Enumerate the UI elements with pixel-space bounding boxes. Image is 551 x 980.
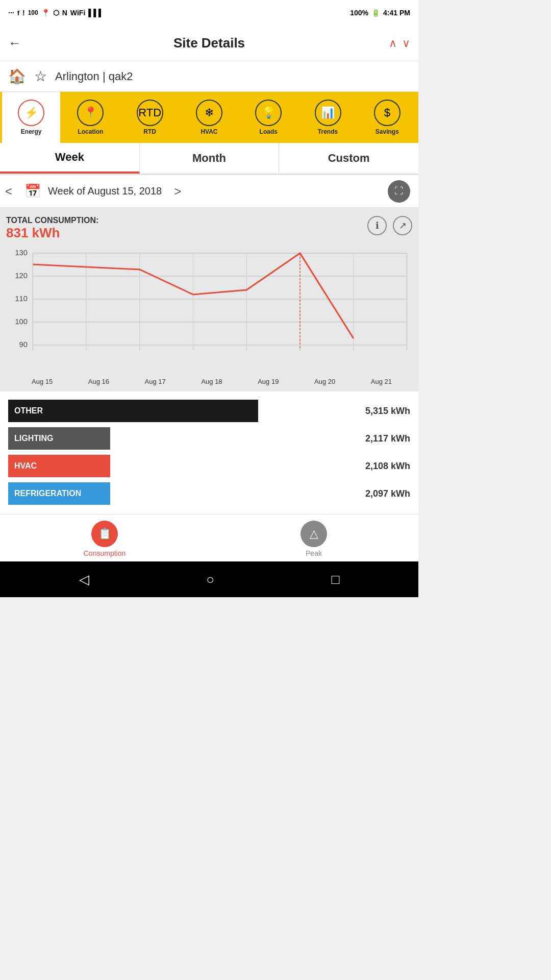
icon-tab-circle-rtd: RTD xyxy=(137,100,163,126)
date-navigator: < 📅 Week of August 15, 2018 > ⛶ xyxy=(0,175,418,208)
header-nav: ∧ ∨ xyxy=(389,37,410,50)
share-button[interactable]: ↗ xyxy=(393,216,412,235)
icon-tab-label-rtd: RTD xyxy=(143,128,156,135)
expand-button[interactable]: ⛶ xyxy=(388,180,410,203)
favorite-icon[interactable]: ☆ xyxy=(34,68,47,85)
time: 4:41 PM xyxy=(383,9,410,17)
menu-icon: ··· xyxy=(8,9,14,17)
signal-icon: ▌▌▌ xyxy=(88,9,104,17)
icon-tab-circle-savings: $ xyxy=(374,100,400,126)
site-name: Arlington | qak2 xyxy=(55,70,133,83)
bottom-tab-label-peak: Peak xyxy=(306,549,322,557)
icon-tab-rtd[interactable]: RTD RTD xyxy=(121,92,179,143)
x-label-1: Aug 16 xyxy=(88,378,109,385)
android-home-button[interactable]: ○ xyxy=(206,572,214,587)
icon-tab-circle-loads: 💡 xyxy=(255,100,282,126)
icon-tab-label-savings: Savings xyxy=(375,128,399,135)
site-row: 🏠 ☆ Arlington | qak2 xyxy=(0,61,418,92)
svg-text:120: 120 xyxy=(15,272,27,280)
icon-tab-circle-energy: ⚡ xyxy=(18,100,44,126)
breakdown-value: 2,097 kWh xyxy=(354,488,410,499)
bottom-tab-consumption[interactable]: 📋 Consumption xyxy=(0,521,209,557)
x-label-2: Aug 17 xyxy=(145,378,166,385)
svg-text:100: 100 xyxy=(15,317,27,326)
svg-text:130: 130 xyxy=(15,249,27,257)
prev-week-button[interactable]: < xyxy=(0,181,17,202)
bottom-tab-icon-peak: △ xyxy=(300,521,327,547)
icon-tab-savings[interactable]: $ Savings xyxy=(358,92,416,143)
bottom-tab-peak[interactable]: △ Peak xyxy=(209,521,418,557)
bottom-tab-label-consumption: Consumption xyxy=(84,549,126,557)
alert-icon: ! xyxy=(22,9,25,17)
x-label-5: Aug 20 xyxy=(314,378,335,385)
breakdown-value: 5,315 kWh xyxy=(354,406,410,416)
chart-svg: 130 120 110 100 90 xyxy=(6,243,412,376)
android-nav-bar: ◁ ○ □ xyxy=(0,561,418,597)
x-label-4: Aug 19 xyxy=(258,378,279,385)
icon-tab-label-trends: Trends xyxy=(318,128,338,135)
chart-header: TOTAL CONSUMPTION: 831 kWh ℹ ↗ xyxy=(6,216,412,241)
expand-icon: ⛶ xyxy=(394,186,404,197)
icon-tab-circle-location: 📍 xyxy=(77,100,104,126)
next-arrow[interactable]: ∨ xyxy=(402,37,410,50)
status-left: ··· f ! 100 📍 ⬡ N WiFi ▌▌▌ xyxy=(8,9,104,17)
facebook-icon: f xyxy=(17,9,19,17)
svg-text:90: 90 xyxy=(19,340,28,349)
icon-tab-label-hvac: HVAC xyxy=(201,128,217,135)
status-right: 100% 🔋 4:41 PM xyxy=(350,9,410,17)
icon-tab-trends[interactable]: 📊 Trends xyxy=(298,92,357,143)
icon-tab-label-loads: Loads xyxy=(260,128,278,135)
line-chart: 130 120 110 100 90 xyxy=(6,243,412,376)
app-header: ← Site Details ∧ ∨ xyxy=(0,26,418,61)
chart-area: TOTAL CONSUMPTION: 831 kWh ℹ ↗ 130 xyxy=(0,208,418,391)
breakdown-section: OTHER 5,315 kWh LIGHTING 2,117 kWh HVAC … xyxy=(0,391,418,514)
battery-status: 100 xyxy=(28,9,38,16)
prev-arrow[interactable]: ∧ xyxy=(389,37,397,50)
icon-tab-energy[interactable]: ⚡ Energy xyxy=(2,92,60,143)
next-week-button[interactable]: > xyxy=(169,181,186,202)
period-tab-week[interactable]: Week xyxy=(0,143,140,174)
bluetooth-icon: ⬡ xyxy=(53,9,59,17)
x-label-3: Aug 18 xyxy=(201,378,222,385)
breakdown-value: 2,108 kWh xyxy=(354,461,410,472)
icon-tabs-row: ⚡ Energy 📍 Location RTD RTD ❄ HVAC 💡 Loa… xyxy=(0,92,418,143)
icon-tab-label-energy: Energy xyxy=(21,128,42,135)
svg-text:110: 110 xyxy=(15,295,27,303)
android-back-button[interactable]: ◁ xyxy=(79,572,89,587)
period-tabs: WeekMonthCustom xyxy=(0,143,418,175)
breakdown-bar: REFRIGERATION xyxy=(8,482,110,505)
bottom-tab-icon-consumption: 📋 xyxy=(91,521,118,547)
breakdown-row: OTHER 5,315 kWh xyxy=(8,400,410,422)
bottom-tabs: 📋 Consumption △ Peak xyxy=(0,514,418,561)
period-tab-custom[interactable]: Custom xyxy=(279,143,418,174)
chart-x-labels: Aug 15 Aug 16 Aug 17 Aug 18 Aug 19 Aug 2… xyxy=(6,376,412,391)
period-tab-month[interactable]: Month xyxy=(140,143,280,174)
calendar-icon[interactable]: 📅 xyxy=(24,183,41,199)
breakdown-row: HVAC 2,108 kWh xyxy=(8,455,410,477)
icon-tab-loads[interactable]: 💡 Loads xyxy=(239,92,297,143)
icon-tab-location[interactable]: 📍 Location xyxy=(61,92,119,143)
status-bar: ··· f ! 100 📍 ⬡ N WiFi ▌▌▌ 100% 🔋 4:41 P… xyxy=(0,0,418,26)
wifi-icon: WiFi xyxy=(70,9,85,17)
x-label-6: Aug 21 xyxy=(371,378,392,385)
breakdown-value: 2,117 kWh xyxy=(354,433,410,444)
total-value: 831 kWh xyxy=(6,225,98,241)
breakdown-row: LIGHTING 2,117 kWh xyxy=(8,427,410,450)
icon-tab-hvac[interactable]: ❄ HVAC xyxy=(180,92,238,143)
icon-tab-label-location: Location xyxy=(78,128,103,135)
icon-tab-circle-trends: 📊 xyxy=(315,100,341,126)
breakdown-row: REFRIGERATION 2,097 kWh xyxy=(8,482,410,505)
chart-actions: ℹ ↗ xyxy=(367,216,412,235)
page-title: Site Details xyxy=(30,35,389,51)
battery-icon: 🔋 xyxy=(371,9,380,17)
back-button[interactable]: ← xyxy=(8,35,21,51)
icon-tab-circle-hvac: ❄ xyxy=(196,100,222,126)
total-label: TOTAL CONSUMPTION: xyxy=(6,216,98,225)
info-button[interactable]: ℹ xyxy=(367,216,387,235)
location-icon: 📍 xyxy=(41,9,50,17)
x-label-0: Aug 15 xyxy=(32,378,53,385)
breakdown-bar: HVAC xyxy=(8,455,110,477)
battery-percent: 100% xyxy=(350,9,368,17)
home-icon[interactable]: 🏠 xyxy=(8,68,26,85)
android-recent-button[interactable]: □ xyxy=(332,572,340,587)
